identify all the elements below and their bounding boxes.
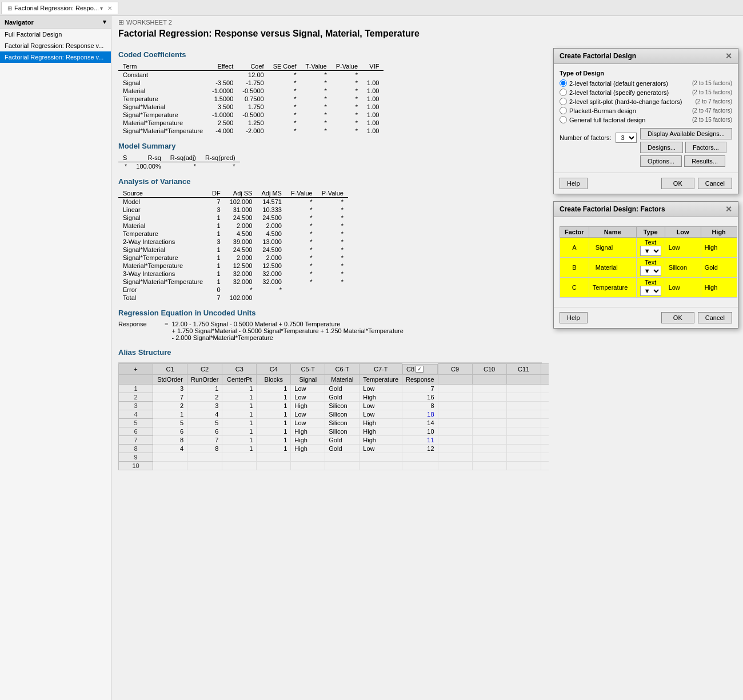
- ss-c3[interactable]: 1: [222, 418, 257, 427]
- factors-button[interactable]: Factors...: [685, 142, 726, 153]
- ft-b-high-input[interactable]: [705, 264, 733, 271]
- ss-c6[interactable]: [325, 461, 359, 470]
- ss-c2[interactable]: 5: [187, 418, 222, 427]
- ss-c9[interactable]: [438, 418, 472, 427]
- options-button[interactable]: Options...: [640, 155, 682, 167]
- ss-c1[interactable]: [153, 453, 187, 461]
- cfd-help-button[interactable]: Help: [560, 178, 588, 189]
- ss-c4[interactable]: [257, 453, 291, 461]
- radio-2level-specify[interactable]: [560, 89, 567, 96]
- ss-c6[interactable]: Silicon: [325, 427, 359, 435]
- ss-c6[interactable]: [325, 453, 359, 461]
- ss-c8[interactable]: 16: [402, 393, 438, 401]
- ft-a-name-input[interactable]: [596, 244, 630, 251]
- ss-c5[interactable]: [291, 461, 325, 470]
- ft-c-type-select[interactable]: ▼: [640, 286, 661, 296]
- ss-c11[interactable]: [506, 418, 541, 427]
- cfd-cancel-button[interactable]: Cancel: [698, 178, 732, 189]
- ss-c4[interactable]: 1: [257, 418, 291, 427]
- ss-c7[interactable]: High: [359, 418, 402, 427]
- ss-c8[interactable]: 11: [402, 435, 438, 444]
- dialog-create-factorial-close[interactable]: ✕: [725, 51, 732, 61]
- ss-c2[interactable]: 8: [187, 444, 222, 453]
- ft-c-name-input[interactable]: [593, 284, 633, 291]
- ss-c8[interactable]: [402, 453, 438, 461]
- ss-c5[interactable]: Low: [291, 384, 325, 393]
- radio-2level-split[interactable]: [560, 98, 567, 105]
- navigator-dropdown-icon[interactable]: ▾: [103, 18, 106, 26]
- ft-a-name[interactable]: [589, 238, 636, 258]
- ss-c4[interactable]: 1: [257, 435, 291, 444]
- ss-c2[interactable]: 1: [187, 384, 222, 393]
- ss-c3[interactable]: 1: [222, 410, 257, 418]
- ss-c7[interactable]: High: [359, 435, 402, 444]
- ss-c6[interactable]: Gold: [325, 435, 359, 444]
- ss-c9[interactable]: [438, 461, 472, 470]
- ss-c7[interactable]: Low: [359, 384, 402, 393]
- ss-col-c5[interactable]: C5-T: [291, 364, 325, 375]
- factors-ok-button[interactable]: OK: [661, 312, 694, 323]
- ss-c12[interactable]: [541, 418, 549, 427]
- ss-c3[interactable]: 1: [222, 401, 257, 410]
- ss-c11[interactable]: [506, 410, 541, 418]
- ss-col-c10[interactable]: C10: [472, 364, 506, 375]
- ss-col-c6[interactable]: C6-T: [325, 364, 359, 375]
- ss-c11[interactable]: [506, 435, 541, 444]
- ft-c-low-input[interactable]: [669, 284, 697, 291]
- ss-c2[interactable]: [187, 453, 222, 461]
- num-factors-select[interactable]: 3 2 4 5: [616, 133, 637, 143]
- ss-c1[interactable]: 2: [153, 401, 187, 410]
- ss-c12[interactable]: [541, 401, 549, 410]
- results-button[interactable]: Results...: [684, 155, 725, 167]
- ss-c8[interactable]: 14: [402, 418, 438, 427]
- ss-c2[interactable]: [187, 461, 222, 470]
- ss-c6[interactable]: Silicon: [325, 401, 359, 410]
- ss-c9[interactable]: [438, 384, 472, 393]
- ft-c-name[interactable]: [589, 278, 636, 298]
- ss-c11[interactable]: [506, 427, 541, 435]
- ss-c1[interactable]: 6: [153, 427, 187, 435]
- ss-c8[interactable]: 7: [402, 384, 438, 393]
- ss-c2[interactable]: 6: [187, 427, 222, 435]
- ft-c-high[interactable]: [701, 278, 737, 298]
- ss-c5[interactable]: Low: [291, 418, 325, 427]
- ss-c7[interactable]: Low: [359, 401, 402, 410]
- ss-c12[interactable]: [541, 444, 549, 453]
- ft-b-high[interactable]: [701, 258, 737, 278]
- ss-c6[interactable]: Gold: [325, 444, 359, 453]
- ss-c3[interactable]: 1: [222, 393, 257, 401]
- ss-c5[interactable]: High: [291, 401, 325, 410]
- ss-col-c9[interactable]: C9: [438, 364, 472, 375]
- ss-c12[interactable]: [541, 461, 549, 470]
- ss-c9[interactable]: [438, 393, 472, 401]
- ss-c2[interactable]: 3: [187, 401, 222, 410]
- ss-c1[interactable]: [153, 461, 187, 470]
- ss-col-c12[interactable]: C12: [541, 364, 549, 375]
- ss-c12[interactable]: [541, 410, 549, 418]
- ss-c4[interactable]: 1: [257, 384, 291, 393]
- ss-c8[interactable]: [402, 461, 438, 470]
- ss-col-c7[interactable]: C7-T: [359, 364, 402, 375]
- ss-c7[interactable]: Low: [359, 410, 402, 418]
- tab-close-icon[interactable]: ✕: [107, 5, 112, 11]
- ss-c10[interactable]: [472, 444, 506, 453]
- ss-c2[interactable]: 4: [187, 410, 222, 418]
- ss-c6[interactable]: Silicon: [325, 418, 359, 427]
- tab-factorial-regression[interactable]: ⊞ Factorial Regression: Respo... ▾ ✕: [1, 2, 118, 14]
- ss-c3[interactable]: 1: [222, 444, 257, 453]
- ss-c8[interactable]: 12: [402, 444, 438, 453]
- ss-c11[interactable]: [506, 453, 541, 461]
- ss-c10[interactable]: [472, 418, 506, 427]
- factors-cancel-button[interactable]: Cancel: [698, 312, 732, 323]
- ss-c7[interactable]: [359, 453, 402, 461]
- radio-plackett[interactable]: [560, 107, 567, 114]
- ss-c9[interactable]: [438, 453, 472, 461]
- ss-c9[interactable]: [438, 410, 472, 418]
- ft-b-type-select[interactable]: ▼: [640, 266, 661, 276]
- ss-col-c1[interactable]: C1: [153, 364, 187, 375]
- radio-2level-default[interactable]: [560, 79, 567, 87]
- ss-c6[interactable]: Gold: [325, 384, 359, 393]
- ss-c10[interactable]: [472, 384, 506, 393]
- display-available-designs-button[interactable]: Display Available Designs...: [640, 128, 732, 139]
- ss-c7[interactable]: [359, 461, 402, 470]
